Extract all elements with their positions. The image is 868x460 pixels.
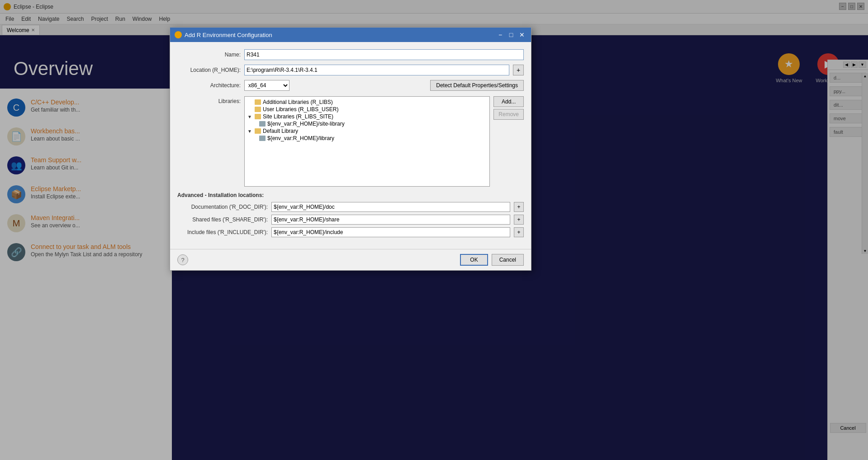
doc-label: Documentation ('R_DOC_DIR'): [177, 204, 268, 210]
file-site-child-icon [259, 121, 266, 127]
libraries-section: Libraries: Additional Libraries (R_LIBS)… [177, 96, 524, 187]
modal-overlay: Add R Environment Configuration − □ ✕ Na… [0, 0, 868, 460]
tree-additional-label: Additional Libraries (R_LIBS) [263, 99, 333, 105]
ok-button[interactable]: OK [460, 254, 488, 266]
folder-site-icon [255, 114, 261, 119]
folder-user-icon [255, 107, 261, 112]
architecture-select[interactable]: x86_64 i386 [244, 80, 289, 91]
tree-default-child[interactable]: ${env_var:R_HOME}/library [247, 135, 488, 142]
help-button[interactable]: ? [177, 254, 188, 265]
tree-site[interactable]: ▼ Site Libraries (R_LIBS_SITE) [247, 113, 488, 120]
share-label: Shared files ('R_SHARE_DIR'): [177, 216, 268, 223]
tree-additional[interactable]: Additional Libraries (R_LIBS) [247, 99, 488, 106]
tree-user-label: User Libraries (R_LIBS_USER) [263, 106, 338, 113]
dialog-footer: ? OK Cancel [170, 249, 531, 270]
dialog-title: Add R Environment Configuration [185, 32, 272, 38]
dialog-icon [175, 31, 182, 38]
cancel-button[interactable]: Cancel [492, 254, 524, 266]
dialog-body: Name: Location (R_HOME): + Architecture:… [170, 42, 531, 249]
expand-default-icon: ▼ [247, 129, 253, 134]
dialog-minimize-btn[interactable]: − [496, 30, 505, 39]
share-input[interactable] [271, 215, 510, 225]
advanced-title: Advanced - Installation locations: [177, 192, 524, 198]
detect-btn[interactable]: Detect Default Properties/Settings [430, 80, 524, 91]
doc-input[interactable] [271, 202, 510, 212]
doc-browse-btn[interactable]: + [514, 202, 524, 212]
tree-site-child[interactable]: ${env_var:R_HOME}/site-library [247, 120, 488, 127]
add-library-btn[interactable]: Add... [493, 96, 524, 107]
doc-row: Documentation ('R_DOC_DIR'): + [177, 202, 524, 212]
advanced-section: Advanced - Installation locations: Docum… [177, 192, 524, 237]
share-row: Shared files ('R_SHARE_DIR'): + [177, 215, 524, 225]
include-row: Include files ('R_INCLUDE_DIR'): + [177, 227, 524, 237]
add-r-env-dialog: Add R Environment Configuration − □ ✕ Na… [170, 27, 531, 271]
dialog-close-btn[interactable]: ✕ [517, 30, 526, 39]
include-label: Include files ('R_INCLUDE_DIR'): [177, 229, 268, 235]
tree-default-label: Default Library [263, 128, 298, 134]
expand-site-icon: ▼ [247, 114, 253, 119]
share-browse-btn[interactable]: + [514, 215, 524, 225]
tree-site-child-label: ${env_var:R_HOME}/site-library [267, 121, 345, 127]
architecture-label: Architecture: [177, 82, 241, 89]
tree-site-label: Site Libraries (R_LIBS_SITE) [263, 113, 333, 120]
name-row: Name: [177, 49, 524, 60]
libraries-tree[interactable]: Additional Libraries (R_LIBS) User Libra… [244, 96, 490, 187]
folder-default-icon [255, 128, 261, 134]
architecture-row: Architecture: x86_64 i386 Detect Default… [177, 80, 524, 91]
file-default-child-icon [259, 136, 266, 141]
remove-library-btn[interactable]: Remove [493, 109, 524, 120]
include-browse-btn[interactable]: + [514, 227, 524, 237]
dialog-titlebar: Add R Environment Configuration − □ ✕ [170, 28, 531, 42]
tree-default-child-label: ${env_var:R_HOME}/library [267, 135, 334, 141]
location-row: Location (R_HOME): + [177, 65, 524, 75]
include-input[interactable] [271, 227, 510, 237]
name-input[interactable] [244, 49, 524, 60]
tree-user[interactable]: User Libraries (R_LIBS_USER) [247, 106, 488, 113]
footer-buttons: OK Cancel [460, 254, 524, 266]
folder-additional-icon [255, 99, 261, 105]
tree-default[interactable]: ▼ Default Library [247, 127, 488, 135]
location-input[interactable] [244, 65, 509, 75]
location-label: Location (R_HOME): [177, 67, 241, 73]
libraries-label: Libraries: [177, 96, 241, 104]
dialog-maximize-btn[interactable]: □ [507, 30, 516, 39]
name-label: Name: [177, 52, 241, 58]
location-browse-btn[interactable]: + [513, 65, 524, 75]
libraries-buttons: Add... Remove [493, 96, 524, 120]
